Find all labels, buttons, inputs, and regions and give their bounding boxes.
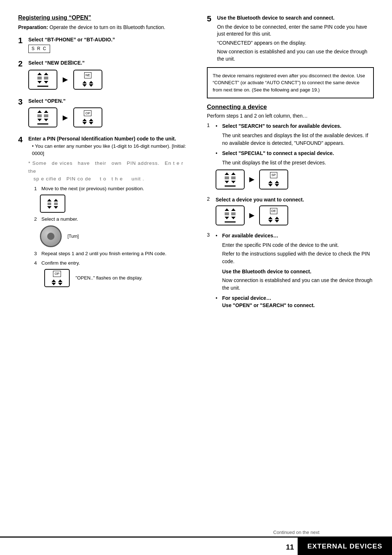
conn-step-1: 1 • Select "SEARCH" to search for availa… <box>207 122 374 192</box>
btn-3l-m1 <box>37 114 42 117</box>
btn-conn-1r-2 <box>275 181 279 187</box>
step-4-title: Enter a PIN (Personal Identification Num… <box>28 136 176 142</box>
conn-step-1-content: • Select "SEARCH" to search for availabl… <box>216 122 374 192</box>
tri-3r-d2 <box>89 122 93 125</box>
bullet-content-1-1: Select "SEARCH" to search for available … <box>222 122 374 130</box>
step-5-title: Use the Bluetooth device to search and c… <box>217 15 335 21</box>
confirm-text: "OPEN.." flashes on the display. <box>75 274 143 282</box>
btn-conn-2r-1 <box>268 217 273 223</box>
step-3-diagram: ► OP <box>28 107 192 127</box>
tri-conn-1l-d1 <box>225 181 229 183</box>
device-box-3r: OP <box>73 107 102 127</box>
tri-3r-u2 <box>89 119 93 121</box>
btn-conn-1l-m1 <box>225 176 229 179</box>
display-3r: OP <box>84 110 91 117</box>
dev-conn-btns-1r <box>268 181 279 187</box>
btn-conn-2l-1 <box>225 208 229 219</box>
device-box-left <box>28 70 57 90</box>
btn-conn-2l-2 <box>231 208 236 219</box>
device-conn-1r: SP <box>259 170 288 189</box>
step-1-text: Select “BT-PHONE” or “BT-AUDIO.” <box>28 37 115 42</box>
conn-search-desc: The unit searches and displays the list … <box>216 132 374 147</box>
conn-step-2: 2 Select a device you want to connect. <box>207 196 374 228</box>
sub-diag-2: [Turn] <box>40 225 192 247</box>
tri-conn-1l-u1 <box>225 172 229 175</box>
display-conn-2r: DE <box>270 208 278 214</box>
btn-r2-1 <box>82 81 87 87</box>
tri-conn-1r-u2 <box>275 181 279 183</box>
connecting-title: Connecting a device <box>207 103 374 111</box>
knob-inner <box>47 233 54 240</box>
step-4-substeps: 1 Move to the next (or previous) number … <box>28 185 192 287</box>
conn-special-desc: The unit displays the list of the preset… <box>216 159 374 166</box>
tri-down-r2b <box>89 84 93 87</box>
tri-sm-u1 <box>47 199 52 201</box>
tri-3l-d2 <box>44 119 48 121</box>
conn-step-2-num: 2 <box>207 196 216 228</box>
conn-step-3: 3 • For available devices… Enter the spe… <box>207 232 374 311</box>
sub-text-4: Confirm the entry. <box>41 260 80 267</box>
conn-avail-desc2: Refer to the instructions supplied with … <box>216 250 374 265</box>
step-3-number: 3 <box>18 98 28 106</box>
btn-conn-2r-2 <box>275 217 279 223</box>
conn-bullet-3-2: • For special device… Use "OPEN" or "SEA… <box>216 294 374 309</box>
step-5-para3: Now connection is established and you ca… <box>217 48 374 62</box>
btn-cf-2 <box>58 279 62 285</box>
tri-cf-u2 <box>58 279 62 282</box>
dev-conn-btns-1l <box>225 172 236 183</box>
tri-3l-d1 <box>37 119 42 121</box>
btn-mid-1 <box>37 77 42 79</box>
bar-3l <box>37 123 48 125</box>
tri-conn-1r-d1 <box>268 184 273 187</box>
conn-step-3-num: 3 <box>207 232 216 311</box>
bullet-mark-1: • <box>216 122 222 130</box>
step-4-number: 4 <box>18 135 28 144</box>
bullet-mark-3-2: • <box>216 294 222 309</box>
bullet-content-3-1: For available devices… <box>222 232 374 239</box>
sub-text-3: Repeat steps 1 and 2 until you finish en… <box>41 250 166 257</box>
dev-conn-btns-2r <box>268 217 279 223</box>
tri-conn-1l-d2 <box>231 181 236 183</box>
conn-bullet-3-1: • For available devices… <box>216 232 374 239</box>
device-buttons-r2 <box>82 81 93 87</box>
continued-text: Continued on the next <box>273 530 319 535</box>
tri-conn-2r-d2 <box>275 220 279 223</box>
footer-page-number: 11 <box>286 543 294 551</box>
btn-left-2 <box>44 73 48 83</box>
tri-sm-u2 <box>54 199 58 201</box>
dev-btns-3r <box>82 119 93 125</box>
sub-num-3: 3 <box>34 250 41 257</box>
tri-conn-1r-d2 <box>275 184 279 187</box>
step-4-bullets: You can enter any number you like (1-dig… <box>28 143 192 158</box>
src-button: S R C <box>28 45 50 53</box>
display-bar-1 <box>37 86 48 87</box>
btn-conn-2l-m2 <box>231 212 236 215</box>
tri-3r-d1 <box>82 122 87 125</box>
tri-cf-u1 <box>52 279 56 282</box>
dev-sm-btns-1 <box>47 199 58 209</box>
arrow-conn-1: ► <box>248 173 256 186</box>
step-1-number: 1 <box>18 36 28 45</box>
tri-up-r2 <box>82 81 87 83</box>
tri-conn-2r-d1 <box>268 220 273 223</box>
conn-avail-desc1: Enter the specific PIN code of the devic… <box>216 241 374 249</box>
device-sm-1 <box>40 195 65 213</box>
footer: EXTERNAL DEVICES 11 <box>0 538 392 555</box>
sub-text-1: Move to the next (or previous) number po… <box>41 185 144 192</box>
dev-btns-3l <box>37 110 48 121</box>
step-1: 1 Select “BT-PHONE” or “BT-AUDIO.” S R C <box>18 36 192 54</box>
footer-tab-label: EXTERNAL DEVICES <box>307 542 383 550</box>
knob-control <box>40 225 62 247</box>
step-3: 3 Select “OPEN.” <box>18 98 192 131</box>
bar-conn-1l <box>225 185 236 187</box>
prep-body: Operate the device to turn on its Blueto… <box>49 24 165 30</box>
bar-conn-2l <box>225 221 236 223</box>
device-conn-1l <box>216 170 245 189</box>
left-column: Registering using “OPEN” Preparation: Op… <box>18 15 192 315</box>
btn-sm-m1 <box>48 203 51 205</box>
btn-conn-1l-m2 <box>231 176 236 179</box>
btn-r2-2 <box>89 81 93 87</box>
conn-step-3-content: • For available devices… Enter the speci… <box>216 232 374 311</box>
step-5-para1: On the device to be connected, enter the… <box>217 24 374 38</box>
step-1-content: Select “BT-PHONE” or “BT-AUDIO.” S R C <box>28 36 192 54</box>
